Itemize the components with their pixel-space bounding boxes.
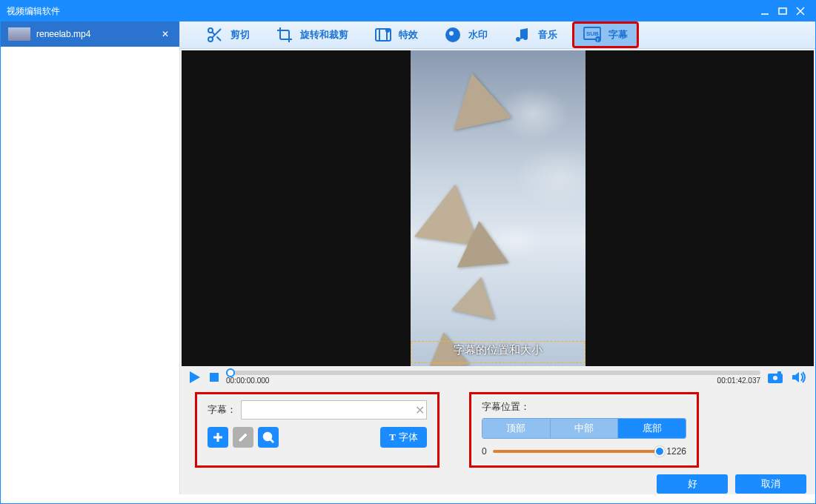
tool-effects[interactable]: 特效 [363,22,428,47]
stop-button[interactable] [208,371,220,383]
video-frame: 字幕的位置和大小 [411,50,586,366]
volume-button[interactable] [790,368,808,386]
dialog-footer: 好 取消 [180,474,815,494]
ok-button[interactable]: 好 [657,474,728,494]
scissors-icon [205,25,225,44]
edit-subtitle-button[interactable] [233,427,253,448]
editor-toolbar: 剪切 旋转和裁剪 特效 水印 音乐 SUBT 字幕 [180,21,815,49]
slider-thumb[interactable] [654,446,665,457]
add-subtitle-button[interactable] [208,427,228,448]
tool-cut[interactable]: 剪切 [195,22,260,47]
font-button[interactable]: T 字体 [380,427,427,448]
music-note-icon [513,25,532,44]
subtitle-position-panel: 字幕位置： 顶部 中部 底部 0 1226 [469,392,699,468]
position-label: 字幕位置： [482,400,686,414]
tool-subtitle[interactable]: SUBT 字幕 [572,21,639,48]
svg-point-4 [208,28,213,33]
clear-input-icon[interactable]: ✕ [415,403,427,417]
tool-label: 特效 [399,28,418,42]
crop-rotate-icon [275,25,294,44]
film-icon [374,25,393,44]
time-total: 00:01:42.037 [717,377,760,385]
font-button-label: 字体 [399,431,418,444]
tool-rotate[interactable]: 旋转和裁剪 [265,22,359,47]
position-middle[interactable]: 中部 [551,419,619,438]
svg-marker-26 [792,372,799,382]
slider-min: 0 [482,446,487,457]
position-bottom[interactable]: 底部 [618,419,686,438]
window-title: 视频编辑软件 [7,5,756,18]
position-slider[interactable] [493,450,661,453]
subtitle-preview-text: 字幕的位置和大小 [411,343,586,357]
svg-text:T: T [597,38,600,42]
close-button[interactable] [792,4,809,19]
svg-line-30 [271,440,273,442]
position-segment-group: 顶部 中部 底部 [482,418,686,439]
snapshot-button[interactable] [766,368,784,386]
subtitle-input-panel: 字幕： ✕ T 字体 [195,392,439,468]
slider-max: 1226 [666,446,686,457]
search-subtitle-button[interactable] [258,427,279,448]
maximize-button[interactable] [774,4,792,19]
tool-watermark[interactable]: 水印 [433,22,498,47]
player-controls: 00:00:00.000 00:01:42.037 [180,368,815,386]
tool-label: 水印 [468,28,488,42]
subtitle-icon: SUBT [583,25,603,44]
text-icon: T [389,431,396,443]
cancel-button[interactable]: 取消 [735,474,806,494]
watermark-icon [443,25,462,44]
minimize-button[interactable] [756,4,774,19]
svg-point-14 [449,31,454,36]
file-name: reneelab.mp4 [36,29,156,39]
tool-music[interactable]: 音乐 [502,22,568,47]
settings-area: 字幕： ✕ T 字体 字幕位置： 顶部 中 [180,386,815,474]
file-item[interactable]: reneelab.mp4 ✕ [1,21,179,47]
svg-point-16 [523,36,528,40]
svg-line-8 [212,32,215,35]
title-bar: 视频编辑软件 [1,1,815,21]
tool-label: 剪切 [230,28,250,42]
tool-label: 字幕 [608,28,628,42]
svg-text:SUB: SUB [586,30,599,37]
seek-slider[interactable] [226,371,760,375]
svg-rect-1 [779,8,786,14]
svg-point-12 [385,28,390,33]
tool-label: 音乐 [538,28,557,42]
svg-rect-22 [210,373,219,382]
svg-point-24 [773,376,777,380]
svg-point-29 [264,433,271,440]
subtitle-input[interactable] [241,400,427,420]
svg-point-5 [208,37,213,42]
file-thumbnail [8,27,30,41]
video-preview: 字幕的位置和大小 [180,49,815,368]
svg-marker-21 [190,371,200,383]
tool-label: 旋转和裁剪 [300,28,348,42]
position-top[interactable]: 顶部 [482,419,551,438]
video-canvas[interactable]: 字幕的位置和大小 [182,50,814,366]
svg-line-7 [216,36,221,41]
file-list-sidebar: reneelab.mp4 ✕ [1,21,180,494]
svg-point-15 [516,37,520,42]
file-close-icon[interactable]: ✕ [162,29,172,39]
seek-thumb[interactable] [226,368,235,377]
time-current: 00:00:00.000 [226,377,269,385]
subtitle-label: 字幕： [208,403,236,417]
play-button[interactable] [188,370,202,385]
svg-rect-25 [777,371,781,374]
